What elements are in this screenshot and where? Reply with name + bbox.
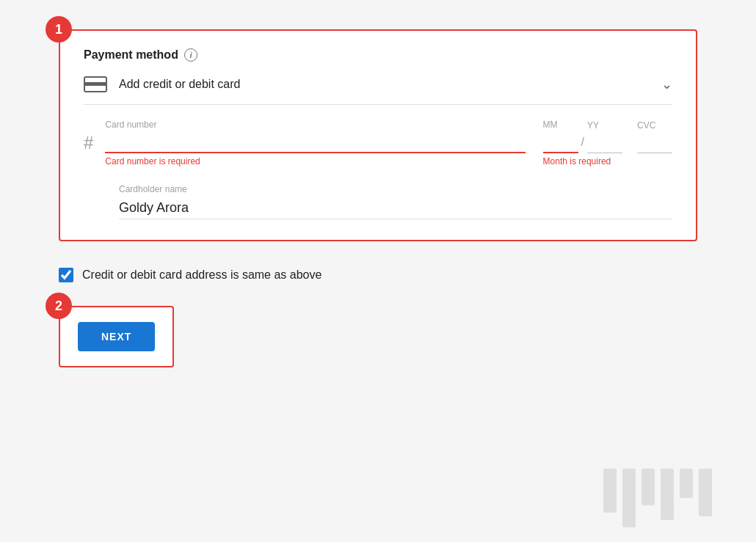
month-error: Month is required [543, 156, 672, 166]
page-wrapper: 1 Payment method i Add credit or debit c… [0, 0, 756, 542]
cardholder-value: Goldy Arora [119, 197, 672, 219]
fields-row: # Card number Card number is required MM… [84, 120, 672, 166]
step2-container: 2 NEXT [59, 306, 174, 367]
payment-card: Payment method i Add credit or debit car… [59, 29, 697, 241]
next-card: NEXT [59, 306, 174, 367]
cardholder-group: Cardholder name Goldy Arora [119, 184, 672, 219]
add-card-left: Add credit or debit card [84, 76, 240, 92]
building6 [699, 469, 712, 516]
building-decoration [603, 469, 712, 527]
section1-wrapper: 1 Payment method i Add credit or debit c… [59, 29, 697, 241]
slash-separator: / [578, 136, 587, 153]
building3 [641, 469, 655, 505]
same-address-label: Credit or debit card address is same as … [82, 268, 321, 282]
info-icon[interactable]: i [184, 48, 197, 62]
yy-input[interactable] [587, 133, 622, 153]
credit-card-icon [84, 76, 107, 92]
chevron-down-icon[interactable]: ⌄ [661, 76, 672, 92]
cvc-group: CVC [637, 120, 672, 153]
card-number-label: Card number [105, 120, 525, 130]
expiry-row: MM / YY CVC Month is require [543, 120, 672, 166]
checkbox-section: Credit or debit card address is same as … [59, 268, 697, 282]
section2-wrapper: 2 NEXT [59, 306, 697, 367]
card-number-input[interactable] [105, 133, 525, 153]
card-number-group: Card number Card number is required [105, 120, 525, 166]
mm-group: MM [543, 120, 578, 153]
yy-label: YY [587, 120, 622, 131]
mm-input[interactable] [543, 133, 578, 153]
card-number-error: Card number is required [105, 156, 525, 166]
expiry-top: MM / YY CVC [543, 120, 672, 153]
building1 [603, 469, 617, 513]
payment-title: Payment method [84, 48, 178, 62]
same-address-checkbox[interactable] [59, 268, 73, 282]
yy-group: YY [587, 120, 622, 153]
building2 [622, 469, 636, 527]
add-card-row[interactable]: Add credit or debit card ⌄ [84, 76, 672, 105]
hash-icon: # [84, 133, 93, 153]
step2-badge: 2 [46, 293, 72, 319]
cvc-input[interactable] [637, 133, 672, 153]
payment-title-row: Payment method i [84, 48, 672, 62]
next-button[interactable]: NEXT [78, 322, 155, 351]
cardholder-label: Cardholder name [119, 184, 672, 194]
mm-label: MM [543, 120, 578, 130]
building5 [680, 469, 693, 498]
add-card-label: Add credit or debit card [119, 78, 240, 91]
building4 [661, 469, 674, 520]
cvc-label: CVC [637, 120, 672, 131]
step1-badge: 1 [46, 16, 72, 43]
